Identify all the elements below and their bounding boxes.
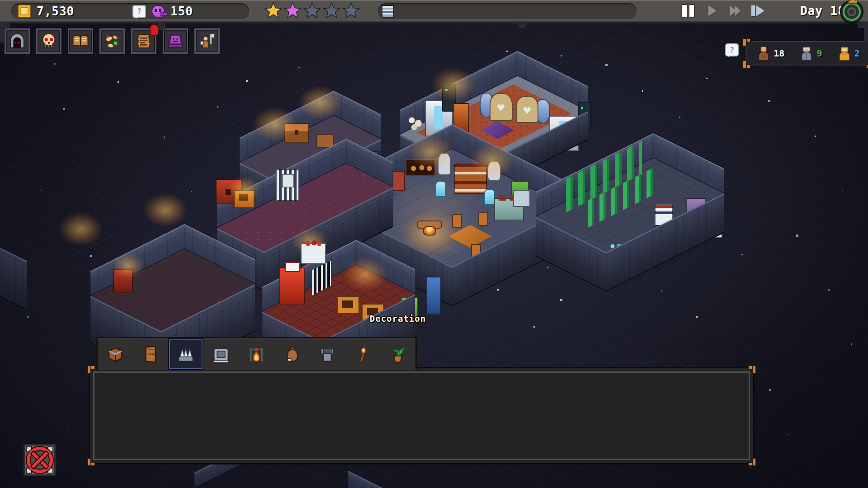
- message-ticker[interactable]: [378, 3, 637, 19]
- gold-coin-icon: [18, 5, 31, 18]
- population-hud: ? 18 9 2: [725, 40, 868, 67]
- hover-tooltip: Decoration: [362, 314, 434, 324]
- worker-icon: [757, 46, 770, 61]
- planter-crate: [337, 296, 359, 314]
- fast-forward-button[interactable]: [725, 1, 745, 20]
- help-bubble-icon[interactable]: ?: [725, 43, 739, 56]
- hero-flag-icon: [198, 32, 216, 50]
- souls-amount: 150: [170, 5, 193, 18]
- book-icon: [71, 32, 90, 50]
- bone-pile: [407, 116, 423, 131]
- supplies-button[interactable]: [99, 28, 125, 54]
- skull-icon: [40, 32, 58, 50]
- treasure-chest: [284, 123, 309, 143]
- caged-knight: [276, 169, 299, 201]
- game-screen: Decoration 7,530 ? 150: [0, 0, 868, 488]
- ghost-minion: [484, 189, 495, 205]
- worker-count: 18: [774, 48, 784, 59]
- build-panel: [89, 367, 755, 465]
- heroes-button[interactable]: [194, 28, 220, 54]
- pressure-plate-icon: [212, 345, 231, 364]
- tab-plants[interactable]: [380, 338, 415, 370]
- supplies-icon: [103, 32, 121, 50]
- altar-icon: [166, 32, 184, 50]
- alert-badge: [150, 24, 159, 36]
- hero-count: 2: [854, 48, 860, 59]
- elder-count-group: 9: [800, 46, 822, 61]
- totem: [487, 161, 501, 181]
- plant-icon: [388, 345, 407, 364]
- star-icon: [264, 2, 283, 19]
- tab-sack[interactable]: [274, 338, 310, 370]
- crate: [234, 190, 255, 208]
- ghost-minion: [435, 181, 446, 197]
- tab-pressure-plates[interactable]: [203, 338, 239, 370]
- worker-count-group: 18: [757, 46, 784, 61]
- pause-button[interactable]: [678, 1, 698, 20]
- star-icon: [342, 2, 360, 19]
- dungeon-rating: [264, 2, 361, 19]
- tab-brazier[interactable]: [310, 338, 345, 370]
- star-icon: [303, 2, 321, 19]
- tab-storage[interactable]: [98, 338, 133, 370]
- door-icon: [141, 345, 160, 364]
- chair: [452, 214, 462, 228]
- elder-icon: [800, 46, 813, 61]
- star-icon: [322, 2, 341, 19]
- minions-button[interactable]: [36, 28, 61, 54]
- dungeon-heart-emblem[interactable]: [840, 0, 863, 23]
- wall-picture: [406, 159, 435, 176]
- quest-scroll-icon: [135, 32, 153, 50]
- tab-traps[interactable]: [168, 338, 203, 370]
- help-bubble-icon[interactable]: ?: [132, 5, 146, 18]
- population-panel: 18 9 2: [744, 40, 868, 67]
- play-button[interactable]: [703, 1, 722, 20]
- star-icon: [283, 2, 302, 19]
- serpent-statue: [516, 96, 538, 123]
- chair: [478, 212, 488, 226]
- tab-campfire[interactable]: [239, 338, 274, 370]
- serpent-statue: [490, 93, 513, 121]
- brazier-icon: [318, 345, 337, 364]
- dungeon-gate-button[interactable]: [5, 28, 30, 54]
- day-counter: Day 18: [800, 4, 845, 18]
- dungeon-gate-icon: [8, 32, 26, 50]
- totem: [438, 153, 451, 175]
- apple-crate: [301, 243, 326, 264]
- resources-panel: 7,530 ? 150: [11, 3, 249, 19]
- message-log-icon: [382, 5, 394, 18]
- torch-icon: [353, 345, 372, 364]
- campfire-icon: [247, 345, 266, 364]
- hero-count-group: 2: [838, 46, 860, 61]
- step-forward-button[interactable]: [748, 1, 768, 20]
- campfire: [423, 226, 436, 236]
- soul-ghost-icon: [151, 5, 165, 18]
- hero-icon: [838, 46, 851, 61]
- red-cabinet: [113, 269, 133, 293]
- red-press-machine: [279, 267, 305, 305]
- spike-trap-icon: [176, 345, 195, 364]
- close-build-menu-button[interactable]: [24, 444, 56, 476]
- quests-button[interactable]: [131, 28, 156, 54]
- altar-button[interactable]: [163, 28, 188, 54]
- stool: [513, 190, 530, 207]
- tab-torch[interactable]: [345, 338, 380, 370]
- gold-amount: 7,530: [37, 5, 74, 18]
- sack-icon: [283, 345, 302, 364]
- blue-totem: [426, 277, 441, 314]
- journal-button[interactable]: [68, 28, 93, 54]
- crate-icon: [106, 345, 125, 364]
- elder-count: 9: [816, 48, 822, 59]
- top-bar: 7,530 ? 150 Day 18: [0, 0, 868, 23]
- build-tabs: [96, 337, 417, 370]
- tab-doors[interactable]: [133, 338, 168, 370]
- shelf-unit: [454, 164, 487, 194]
